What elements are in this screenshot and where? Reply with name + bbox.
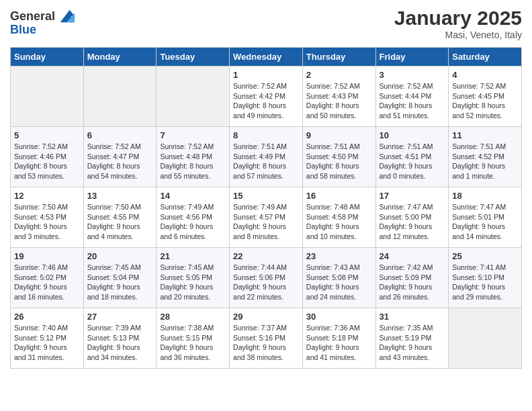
header-saturday: Saturday [449,48,522,66]
table-cell: 12Sunrise: 7:50 AM Sunset: 4:53 PM Dayli… [11,187,84,248]
day-number: 21 [160,251,226,261]
table-cell: 21Sunrise: 7:45 AM Sunset: 5:05 PM Dayli… [157,248,230,308]
table-cell [449,308,522,369]
table-cell: 7Sunrise: 7:52 AM Sunset: 4:48 PM Daylig… [157,127,230,187]
day-number: 11 [452,130,518,140]
day-number: 5 [14,130,80,140]
week-row-4: 26Sunrise: 7:40 AM Sunset: 5:12 PM Dayli… [11,308,522,369]
week-row-2: 12Sunrise: 7:50 AM Sunset: 4:53 PM Dayli… [11,187,522,248]
month-title: January 2025 [394,7,522,30]
week-row-3: 19Sunrise: 7:46 AM Sunset: 5:02 PM Dayli… [11,248,522,308]
day-number: 10 [380,130,445,140]
day-info: Sunrise: 7:42 AM Sunset: 5:09 PM Dayligh… [380,263,445,302]
day-info: Sunrise: 7:51 AM Sunset: 4:49 PM Dayligh… [233,142,299,181]
table-cell: 8Sunrise: 7:51 AM Sunset: 4:49 PM Daylig… [230,127,303,187]
table-cell: 2Sunrise: 7:52 AM Sunset: 4:43 PM Daylig… [302,66,375,127]
table-cell: 10Sunrise: 7:51 AM Sunset: 4:51 PM Dayli… [375,127,449,187]
week-row-1: 5Sunrise: 7:52 AM Sunset: 4:46 PM Daylig… [11,127,522,187]
day-info: Sunrise: 7:52 AM Sunset: 4:47 PM Dayligh… [87,142,153,181]
table-cell: 26Sunrise: 7:40 AM Sunset: 5:12 PM Dayli… [11,308,84,369]
table-cell: 11Sunrise: 7:51 AM Sunset: 4:52 PM Dayli… [449,127,522,187]
day-info: Sunrise: 7:52 AM Sunset: 4:44 PM Dayligh… [380,81,445,121]
day-info: Sunrise: 7:52 AM Sunset: 4:46 PM Dayligh… [14,142,80,181]
day-number: 14 [160,191,226,201]
day-info: Sunrise: 7:47 AM Sunset: 5:00 PM Dayligh… [380,202,445,242]
day-info: Sunrise: 7:52 AM Sunset: 4:48 PM Dayligh… [160,142,226,181]
day-info: Sunrise: 7:43 AM Sunset: 5:08 PM Dayligh… [306,263,372,302]
day-info: Sunrise: 7:52 AM Sunset: 4:43 PM Dayligh… [306,81,372,121]
day-info: Sunrise: 7:45 AM Sunset: 5:04 PM Dayligh… [87,263,153,302]
day-info: Sunrise: 7:51 AM Sunset: 4:51 PM Dayligh… [380,142,445,181]
day-number: 29 [233,312,299,322]
day-number: 3 [380,70,445,80]
header-wednesday: Wednesday [230,48,303,66]
table-cell [83,66,157,127]
logo: General Blue [10,7,76,37]
header: General Blue January 2025 Masi, Veneto, … [10,7,522,40]
location-subtitle: Masi, Veneto, Italy [394,30,522,40]
day-number: 16 [306,191,372,201]
table-cell: 25Sunrise: 7:41 AM Sunset: 5:10 PM Dayli… [449,248,522,308]
logo-blue: Blue [10,23,36,37]
table-cell: 9Sunrise: 7:51 AM Sunset: 4:50 PM Daylig… [302,127,375,187]
table-cell: 6Sunrise: 7:52 AM Sunset: 4:47 PM Daylig… [83,127,157,187]
day-number: 30 [306,312,372,322]
day-number: 8 [233,130,299,140]
table-cell: 24Sunrise: 7:42 AM Sunset: 5:09 PM Dayli… [375,248,449,308]
day-number: 26 [14,312,80,322]
day-info: Sunrise: 7:51 AM Sunset: 4:52 PM Dayligh… [452,142,518,181]
day-info: Sunrise: 7:51 AM Sunset: 4:50 PM Dayligh… [306,142,372,181]
table-cell: 29Sunrise: 7:37 AM Sunset: 5:16 PM Dayli… [230,308,303,369]
logo-icon [57,7,76,26]
day-info: Sunrise: 7:37 AM Sunset: 5:16 PM Dayligh… [233,323,299,363]
day-info: Sunrise: 7:52 AM Sunset: 4:45 PM Dayligh… [452,81,518,121]
day-number: 20 [87,251,153,261]
day-number: 28 [160,312,226,322]
calendar-table: Sunday Monday Tuesday Wednesday Thursday… [10,47,522,369]
title-block: January 2025 Masi, Veneto, Italy [394,7,522,40]
table-cell: 16Sunrise: 7:48 AM Sunset: 4:58 PM Dayli… [302,187,375,248]
table-cell: 27Sunrise: 7:39 AM Sunset: 5:13 PM Dayli… [83,308,157,369]
week-row-0: 1Sunrise: 7:52 AM Sunset: 4:42 PM Daylig… [11,66,522,127]
day-number: 27 [87,312,153,322]
day-number: 24 [380,251,445,261]
table-cell: 13Sunrise: 7:50 AM Sunset: 4:55 PM Dayli… [83,187,157,248]
day-info: Sunrise: 7:39 AM Sunset: 5:13 PM Dayligh… [87,323,153,363]
table-cell: 23Sunrise: 7:43 AM Sunset: 5:08 PM Dayli… [302,248,375,308]
day-number: 2 [306,70,372,80]
day-info: Sunrise: 7:40 AM Sunset: 5:12 PM Dayligh… [14,323,80,363]
table-cell: 3Sunrise: 7:52 AM Sunset: 4:44 PM Daylig… [375,66,449,127]
header-thursday: Thursday [302,48,375,66]
table-cell: 19Sunrise: 7:46 AM Sunset: 5:02 PM Dayli… [11,248,84,308]
day-info: Sunrise: 7:35 AM Sunset: 5:19 PM Dayligh… [380,323,445,363]
day-number: 6 [87,130,153,140]
day-number: 31 [380,312,445,322]
day-number: 25 [452,251,518,261]
day-info: Sunrise: 7:50 AM Sunset: 4:55 PM Dayligh… [87,202,153,242]
table-cell [11,66,84,127]
day-number: 9 [306,130,372,140]
day-number: 1 [233,70,299,80]
table-cell: 17Sunrise: 7:47 AM Sunset: 5:00 PM Dayli… [375,187,449,248]
header-sunday: Sunday [11,48,84,66]
table-cell: 1Sunrise: 7:52 AM Sunset: 4:42 PM Daylig… [230,66,303,127]
day-number: 23 [306,251,372,261]
table-cell: 30Sunrise: 7:36 AM Sunset: 5:18 PM Dayli… [302,308,375,369]
day-info: Sunrise: 7:47 AM Sunset: 5:01 PM Dayligh… [452,202,518,242]
table-cell: 20Sunrise: 7:45 AM Sunset: 5:04 PM Dayli… [83,248,157,308]
day-info: Sunrise: 7:38 AM Sunset: 5:15 PM Dayligh… [160,323,226,363]
day-info: Sunrise: 7:50 AM Sunset: 4:53 PM Dayligh… [14,202,80,242]
table-cell: 4Sunrise: 7:52 AM Sunset: 4:45 PM Daylig… [449,66,522,127]
day-number: 7 [160,130,226,140]
day-number: 19 [14,251,80,261]
day-number: 18 [452,191,518,201]
weekday-header-row: Sunday Monday Tuesday Wednesday Thursday… [11,48,522,66]
table-cell [157,66,230,127]
day-number: 13 [87,191,153,201]
day-number: 22 [233,251,299,261]
day-info: Sunrise: 7:41 AM Sunset: 5:10 PM Dayligh… [452,263,518,302]
day-info: Sunrise: 7:49 AM Sunset: 4:56 PM Dayligh… [160,202,226,242]
day-info: Sunrise: 7:36 AM Sunset: 5:18 PM Dayligh… [306,323,372,363]
logo-general: General [10,9,55,24]
table-cell: 31Sunrise: 7:35 AM Sunset: 5:19 PM Dayli… [375,308,449,369]
